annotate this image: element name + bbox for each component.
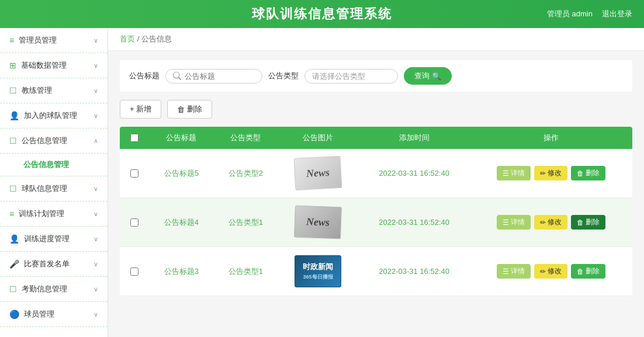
chevron-down-icon: ∨ xyxy=(94,286,98,293)
sidebar-item-coach-mgmt[interactable]: ☐ 教练管理 ∨ xyxy=(0,78,108,103)
header-right: 管理员 admin 退出登录 xyxy=(547,9,632,19)
sidebar-item-player-mgmt[interactable]: 🔵 球员管理 ∨ xyxy=(0,302,108,327)
sidebar-item-train-plan[interactable]: ≡ 训练计划管理 ∨ xyxy=(0,201,108,227)
sidebar-item-basic-data[interactable]: ⊞ 基础数据管理 ∨ xyxy=(0,53,108,78)
breadcrumb-home[interactable]: 首页 xyxy=(120,34,135,43)
detail-button[interactable]: ☰ 详情 xyxy=(497,264,531,279)
sidebar-item-team-info[interactable]: ☐ 球队信息管理 ∨ xyxy=(0,176,108,201)
chevron-down-icon: ∨ xyxy=(94,235,98,243)
row-title: 公告标题5 xyxy=(149,149,213,198)
sidebar-item-notice-mgmt[interactable]: ☐ 公告信息管理 ∧ xyxy=(0,128,108,154)
chevron-down-icon: ∨ xyxy=(94,260,98,268)
search-icon xyxy=(173,72,181,80)
sidebar-label: 教练管理 xyxy=(22,85,52,96)
edit-icon: ✏ xyxy=(540,218,546,227)
sidebar-sub-label-text: 公告信息管理 xyxy=(23,160,69,169)
breadcrumb-separator: / xyxy=(137,34,140,43)
news-image-3: 时政新闻 365每日播报 xyxy=(295,255,341,287)
table-row: 公告标题4 公告类型1 News 2022-03-31 16:52:40 ☰ xyxy=(120,198,632,247)
chevron-down-icon: ∨ xyxy=(94,87,98,95)
sidebar: ≡ 管理员管理 ∨ ⊞ 基础数据管理 ∨ ☐ 教练管理 ∨ 👤 加入的球队管理 xyxy=(0,28,108,337)
delete-button[interactable]: 🗑 删除 xyxy=(571,215,605,230)
detail-icon: ☰ xyxy=(503,169,509,178)
action-bar: + 新增 🗑 删除 xyxy=(120,100,632,119)
title-search-input[interactable] xyxy=(185,72,255,81)
grid-icon: ⊞ xyxy=(9,61,16,70)
app-title: 球队训练信息管理系统 xyxy=(252,5,392,23)
detail-button[interactable]: ☰ 详情 xyxy=(497,215,531,230)
row-type: 公告类型2 xyxy=(213,149,278,198)
row-checkbox xyxy=(120,198,149,247)
chevron-up-icon: ∧ xyxy=(94,137,98,145)
header-type-col: 公告类型 xyxy=(213,127,278,149)
sidebar-item-train-progress[interactable]: 👤 训练进度管理 ∨ xyxy=(0,227,108,252)
user-icon: 👤 xyxy=(9,234,19,244)
breadcrumb-current: 公告信息 xyxy=(141,34,172,43)
edit-label: 修改 xyxy=(548,168,562,178)
edit-button[interactable]: ✏ 修改 xyxy=(534,215,567,230)
type-select-wrap: 请选择公告类型 xyxy=(304,69,398,84)
chevron-down-icon: ∨ xyxy=(94,311,98,318)
select-all-checkbox[interactable] xyxy=(130,134,139,142)
sidebar-label: 公告信息管理 xyxy=(22,136,67,146)
edit-icon: ✏ xyxy=(540,169,546,178)
list-icon: ≡ xyxy=(9,36,14,45)
user-icon: 👤 xyxy=(9,111,19,120)
batch-delete-button[interactable]: 🗑 删除 xyxy=(167,100,212,119)
edit-label: 修改 xyxy=(548,266,562,276)
detail-label: 详情 xyxy=(511,217,525,227)
search-button[interactable]: 查询 🔍 xyxy=(404,67,452,85)
search-icon-btn: 🔍 xyxy=(432,72,441,81)
doc-icon: ☐ xyxy=(9,136,17,145)
trash-icon: 🗑 xyxy=(577,218,584,227)
sidebar-item-admin-mgmt[interactable]: ≡ 管理员管理 ∨ xyxy=(0,28,108,53)
delete-label: 删除 xyxy=(586,217,600,227)
add-btn-label: + 新增 xyxy=(130,104,151,114)
chevron-down-icon: ∨ xyxy=(94,37,98,44)
delete-label: 删除 xyxy=(586,168,600,178)
row-title: 公告标题3 xyxy=(149,247,213,296)
sidebar-item-notice-sub[interactable]: 公告信息管理 xyxy=(0,154,108,176)
header-checkbox-col xyxy=(120,127,149,149)
row-select-checkbox[interactable] xyxy=(130,218,139,227)
row-image: News xyxy=(278,149,358,198)
delete-btn-label: 删除 xyxy=(187,104,202,114)
header: 球队训练信息管理系统 管理员 admin 退出登录 xyxy=(0,0,644,28)
row-select-checkbox[interactable] xyxy=(130,169,139,178)
detail-label: 详情 xyxy=(511,168,525,178)
header-title-col: 公告标题 xyxy=(149,127,213,149)
filter-label-title: 公告标题 xyxy=(129,71,160,81)
chevron-down-icon: ∨ xyxy=(94,62,98,70)
data-table: 公告标题 公告类型 公告图片 添加时间 操作 公告标题5 公告类型2 xyxy=(120,127,632,296)
circle-icon: 🔵 xyxy=(9,310,19,319)
breadcrumb: 首页 / 公告信息 xyxy=(108,28,644,51)
sidebar-item-match-roster[interactable]: 🎤 比赛首发名单 ∨ xyxy=(0,252,108,277)
sidebar-label: 球队信息管理 xyxy=(22,183,67,194)
sidebar-item-join-team[interactable]: 👤 加入的球队管理 ∨ xyxy=(0,103,108,128)
detail-button[interactable]: ☰ 详情 xyxy=(497,166,531,180)
type-select[interactable]: 请选择公告类型 xyxy=(312,72,390,81)
delete-button[interactable]: 🗑 删除 xyxy=(571,166,605,180)
detail-label: 详情 xyxy=(511,266,525,276)
doc-icon: ☐ xyxy=(9,86,17,95)
sidebar-label: 基础数据管理 xyxy=(21,60,67,71)
sidebar-label: 管理员管理 xyxy=(19,35,57,46)
header-datetime-col: 添加时间 xyxy=(358,127,470,149)
logout-button[interactable]: 退出登录 xyxy=(602,9,632,19)
edit-button[interactable]: ✏ 修改 xyxy=(534,264,567,279)
title-input-wrap xyxy=(165,69,262,84)
filter-label-type: 公告类型 xyxy=(268,71,299,81)
row-title: 公告标题4 xyxy=(149,198,213,247)
edit-button[interactable]: ✏ 修改 xyxy=(534,166,567,180)
add-button[interactable]: + 新增 xyxy=(120,100,161,119)
table-header-row: 公告标题 公告类型 公告图片 添加时间 操作 xyxy=(120,127,632,149)
sidebar-item-attendance[interactable]: ☐ 考勤信息管理 ∨ xyxy=(0,277,108,302)
detail-icon: ☰ xyxy=(503,218,509,227)
search-btn-label: 查询 xyxy=(414,71,430,81)
row-select-checkbox[interactable] xyxy=(130,267,139,276)
row-image: 时政新闻 365每日播报 xyxy=(278,247,358,296)
delete-button[interactable]: 🗑 删除 xyxy=(571,264,605,279)
row-datetime: 2022-03-31 16:52:40 xyxy=(358,149,470,198)
doc-icon: ☐ xyxy=(9,284,17,294)
chevron-down-icon: ∨ xyxy=(94,210,98,218)
